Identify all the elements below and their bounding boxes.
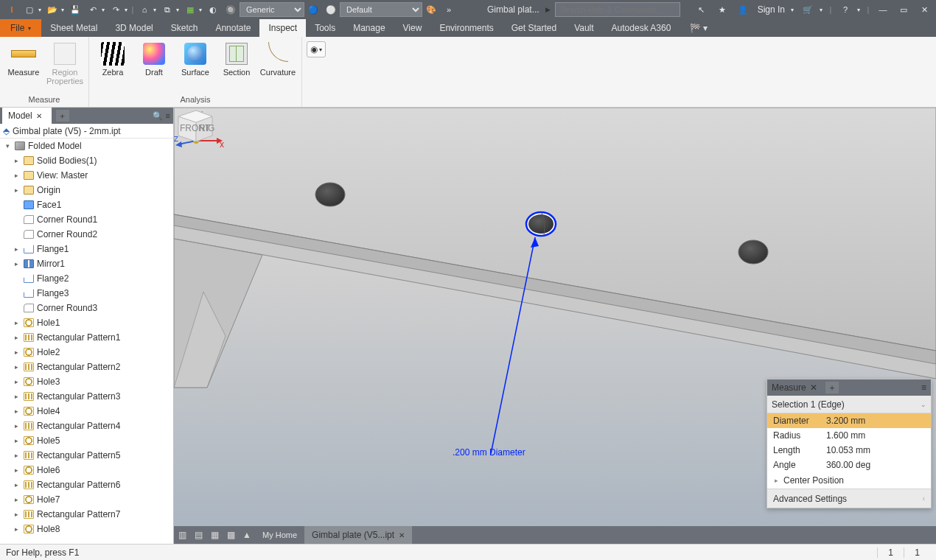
star-icon[interactable]: ★	[714, 1, 730, 18]
save-icon[interactable]: 💾	[67, 1, 83, 18]
appearance-sphere1-icon[interactable]: 🔘	[223, 1, 239, 18]
color-override-icon[interactable]: 🎨	[423, 1, 439, 18]
tree-twisty-icon[interactable]: ▸	[12, 319, 21, 326]
minimize-icon[interactable]: —	[875, 1, 891, 18]
tab-manage[interactable]: Manage	[344, 19, 394, 37]
tree-node[interactable]: Flange2	[0, 271, 173, 286]
search-icon[interactable]: 🔍	[153, 111, 163, 121]
tab-annotate[interactable]: Annotate	[206, 19, 259, 37]
center-position-row[interactable]: ▸Center Position	[767, 472, 931, 489]
layout-2v-icon[interactable]: ▦	[206, 530, 223, 540]
advanced-settings-row[interactable]: Advanced Settings‹	[767, 489, 931, 508]
menu-icon[interactable]: ≡	[917, 382, 931, 393]
tree-node[interactable]: ▸Hole3	[0, 374, 173, 389]
tree-twisty-icon[interactable]: ▸	[12, 157, 21, 164]
pointer-icon[interactable]: ↖	[694, 1, 710, 18]
tab-environments[interactable]: Environments	[430, 19, 502, 37]
sign-in-dropdown-icon[interactable]: ▾	[789, 1, 795, 18]
undo-dropdown-icon[interactable]: ▾	[99, 1, 106, 18]
material-icon[interactable]: ◐	[205, 1, 221, 18]
close-icon[interactable]: ✕	[806, 382, 821, 393]
tab-autodesk-a360[interactable]: Autodesk A360	[603, 19, 680, 37]
tab-3d-model[interactable]: 3D Model	[106, 19, 161, 37]
tree-node[interactable]: Flange3	[0, 286, 173, 301]
cart-dropdown-icon[interactable]: ▾	[817, 1, 824, 18]
sign-in-button[interactable]: Sign In	[755, 4, 788, 15]
open-icon[interactable]: 📂	[44, 1, 60, 18]
appearance-sphere3-icon[interactable]: ⚪	[323, 1, 339, 18]
redo-icon[interactable]: ↷	[108, 1, 124, 18]
tree-twisty-icon[interactable]: ▸	[12, 496, 21, 503]
browser-tab-model[interactable]: Model✕	[2, 108, 52, 124]
title-chevron-icon[interactable]: ▶	[545, 6, 551, 13]
tree-twisty-icon[interactable]: ▸	[12, 349, 21, 356]
user-icon[interactable]: 👤	[735, 1, 751, 18]
appearance-sphere2-icon[interactable]: 🔵	[305, 1, 321, 18]
tree-node[interactable]: ▸Rectangular Pattern1	[0, 330, 173, 345]
tree-twisty-icon[interactable]: ▸	[12, 378, 21, 385]
tree-twisty-icon[interactable]: ▸	[12, 466, 21, 474]
layout-single-icon[interactable]: ▥	[174, 530, 190, 540]
tree-node[interactable]: ▸Rectangular Pattern4	[0, 419, 173, 433]
tree-twisty-icon[interactable]: ▸	[12, 452, 21, 459]
redo-dropdown-icon[interactable]: ▾	[122, 1, 129, 18]
tree-node[interactable]: ▸Rectangular Pattern5	[0, 448, 173, 463]
measure-row[interactable]: Radius1.600 mm	[767, 428, 931, 443]
draft-button[interactable]: Draft	[135, 40, 173, 77]
select-icon[interactable]: ▦	[182, 1, 198, 18]
tree-node[interactable]: ▸Hole4	[0, 404, 173, 419]
analysis-dropdown-button[interactable]: ◉▾	[307, 41, 326, 57]
tree-node[interactable]: ▸Hole2	[0, 345, 173, 360]
tree-node[interactable]: ▸Rectangular Pattern6	[0, 477, 173, 492]
tab-tools[interactable]: Tools	[306, 19, 344, 37]
tab-view[interactable]: View	[394, 19, 431, 37]
layout-4-icon[interactable]: ▩	[223, 530, 239, 540]
tree-node[interactable]: ▸Hole6	[0, 463, 173, 477]
tree-twisty-icon[interactable]: ▸	[12, 525, 21, 533]
tree-twisty-icon[interactable]: ▸	[12, 393, 21, 400]
tab-sketch[interactable]: Sketch	[162, 19, 207, 37]
assembly-dropdown-icon[interactable]: ▾	[174, 1, 181, 18]
measure-row[interactable]: Length10.053 mm	[767, 443, 931, 458]
help-icon[interactable]: ?	[837, 1, 853, 18]
tree-twisty-icon[interactable]: ▸	[12, 422, 21, 430]
measure-button[interactable]: Measure	[4, 40, 43, 77]
tab-sheet-metal[interactable]: Sheet Metal	[41, 19, 106, 37]
zebra-button[interactable]: Zebra	[94, 40, 132, 77]
home-dropdown-icon[interactable]: ▾	[151, 1, 158, 18]
tree-node[interactable]: Corner Round1	[0, 212, 173, 227]
tree-node[interactable]: ▸Solid Bodies(1)	[0, 153, 173, 168]
new-dropdown-icon[interactable]: ▾	[36, 1, 43, 18]
browser-tree[interactable]: ▾Folded Model▸Solid Bodies(1)▸View: Mast…	[0, 139, 173, 544]
tree-node[interactable]: ▸Mirror1	[0, 256, 173, 271]
tree-twisty-icon[interactable]: ▸	[12, 334, 21, 341]
restore-icon[interactable]: ▭	[895, 1, 912, 18]
layout-2h-icon[interactable]: ▤	[190, 530, 206, 540]
tree-node[interactable]: Corner Round3	[0, 301, 173, 315]
tree-node[interactable]: Corner Round2	[0, 227, 173, 242]
tree-twisty-icon[interactable]: ▸	[12, 407, 21, 415]
tree-twisty-icon[interactable]: ▸	[12, 245, 21, 253]
qat-overflow-icon[interactable]: »	[441, 1, 457, 18]
tree-node[interactable]: Face1	[0, 197, 173, 212]
tab-vault[interactable]: Vault	[565, 19, 602, 37]
tree-node[interactable]: ▸Hole1	[0, 315, 173, 330]
search-input[interactable]	[555, 2, 680, 17]
app-icon[interactable]: I	[4, 1, 20, 18]
measure-panel-header[interactable]: Measure ✕ ＋ ≡	[767, 379, 931, 396]
surface-button[interactable]: Surface	[176, 40, 214, 77]
section-button[interactable]: Section	[217, 40, 256, 77]
help-dropdown-icon[interactable]: ▾	[855, 1, 862, 18]
open-dropdown-icon[interactable]: ▾	[59, 1, 66, 18]
view-tab-home[interactable]: My Home	[255, 526, 304, 544]
tree-twisty-icon[interactable]: ▸	[12, 186, 21, 194]
assembly-icon[interactable]: ⧉	[159, 1, 175, 18]
tree-twisty-icon[interactable]: ▸	[12, 437, 21, 444]
tree-twisty-icon[interactable]: ▸	[12, 363, 21, 371]
tree-twisty-icon[interactable]: ▾	[3, 142, 12, 150]
finish-flag-icon[interactable]: 🏁▾	[690, 19, 708, 37]
new-icon[interactable]: ▢	[21, 1, 38, 18]
tree-twisty-icon[interactable]: ▸	[12, 172, 21, 179]
measure-selection-header[interactable]: Selection 1 (Edge)⌄	[767, 396, 931, 413]
close-icon[interactable]: ✕	[32, 112, 46, 120]
